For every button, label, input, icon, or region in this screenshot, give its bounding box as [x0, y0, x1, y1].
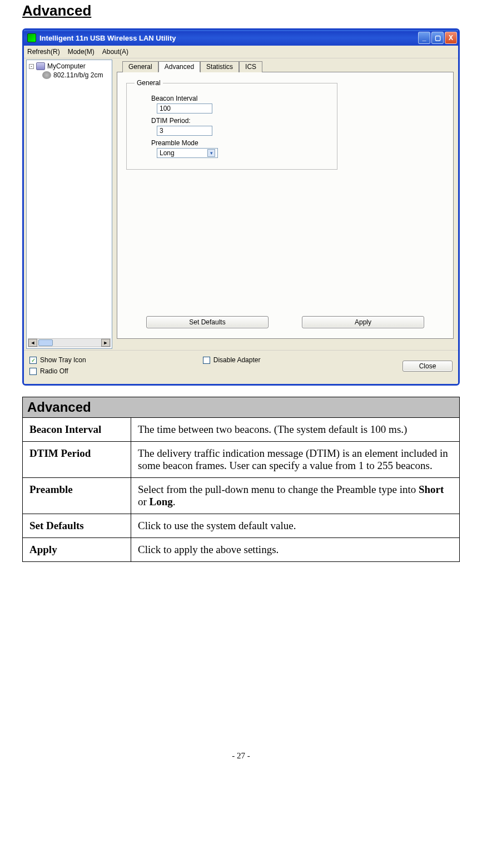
table-row: Beacon Interval The time between two bea…: [23, 418, 460, 442]
device-tree[interactable]: - MyComputer 802.11n/b/g 2cm ◄ ►: [26, 60, 112, 349]
adapter-icon: [42, 71, 51, 79]
radio-off-checkbox[interactable]: [29, 368, 37, 375]
scroll-thumb[interactable]: [38, 339, 53, 346]
doc-dtim-desc: The delivery traffic indication message …: [131, 442, 460, 478]
doc-preamble-label: Preamble: [23, 478, 131, 514]
titlebar: Intelligent 11n USB Wireless LAN Utility…: [24, 30, 458, 46]
minimize-button[interactable]: _: [418, 32, 430, 44]
tab-general[interactable]: General: [122, 61, 158, 72]
collapse-icon[interactable]: -: [29, 64, 34, 69]
menu-about[interactable]: About(A): [102, 48, 128, 56]
doc-dtim-label: DTIM Period: [23, 442, 131, 478]
tabpanel-advanced: General Beacon Interval DTIM Period: Pre…: [117, 72, 454, 339]
dtim-period-label: DTIM Period:: [151, 117, 329, 125]
doc-beacon-desc: The time between two beacons. (The syste…: [131, 418, 460, 442]
tree-scrollbar[interactable]: ◄ ►: [28, 338, 111, 347]
tree-child-label[interactable]: 802.11n/b/g 2cm: [53, 71, 103, 79]
beacon-interval-input[interactable]: [157, 103, 212, 114]
table-row: Apply Click to apply the above settings.: [23, 538, 460, 562]
doc-preamble-desc: Select from the pull-down menu to change…: [131, 478, 460, 514]
chevron-down-icon[interactable]: ▾: [207, 149, 215, 157]
show-tray-checkbox[interactable]: ✓: [29, 357, 37, 364]
disable-adapter-checkbox[interactable]: [203, 357, 210, 364]
page-heading: Advanced: [22, 2, 460, 19]
preamble-mode-select[interactable]: Long ▾: [157, 148, 218, 158]
show-tray-label: Show Tray Icon: [40, 356, 86, 364]
doc-section-heading: Advanced: [23, 397, 460, 418]
preamble-mode-label: Preamble Mode: [151, 139, 329, 147]
table-row: Preamble Select from the pull-down menu …: [23, 478, 460, 514]
doc-apply-label: Apply: [23, 538, 131, 562]
table-row: DTIM Period The delivery traffic indicat…: [23, 442, 460, 478]
doc-setdefaults-desc: Click to use the system default value.: [131, 514, 460, 538]
tab-advanced[interactable]: Advanced: [158, 61, 200, 72]
apply-button[interactable]: Apply: [302, 316, 424, 328]
group-title: General: [135, 79, 163, 87]
window-title: Intelligent 11n USB Wireless LAN Utility: [39, 34, 176, 42]
menu-refresh[interactable]: Refresh(R): [27, 48, 60, 56]
maximize-button[interactable]: ▢: [431, 32, 444, 44]
set-defaults-button[interactable]: Set Defaults: [146, 316, 269, 328]
app-window: Intelligent 11n USB Wireless LAN Utility…: [22, 28, 460, 386]
close-button[interactable]: Close: [403, 361, 453, 372]
app-icon: [27, 33, 36, 42]
menu-mode[interactable]: Mode(M): [68, 48, 95, 56]
menubar: Refresh(R) Mode(M) About(A): [24, 46, 458, 58]
bottom-bar: ✓ Show Tray Icon Radio Off Disable Adapt…: [24, 350, 458, 384]
doc-apply-desc: Click to apply the above settings.: [131, 538, 460, 562]
general-group: General Beacon Interval DTIM Period: Pre…: [126, 79, 337, 170]
table-row: Set Defaults Click to use the system def…: [23, 514, 460, 538]
doc-beacon-label: Beacon Interval: [23, 418, 131, 442]
scroll-left-icon[interactable]: ◄: [28, 339, 37, 347]
doc-setdefaults-label: Set Defaults: [23, 514, 131, 538]
preamble-mode-value: Long: [160, 149, 175, 157]
doc-table: Advanced Beacon Interval The time betwee…: [22, 397, 460, 562]
computer-icon: [36, 62, 45, 70]
radio-off-label: Radio Off: [40, 367, 68, 375]
dtim-period-input[interactable]: [157, 126, 212, 136]
window-close-button[interactable]: X: [445, 32, 457, 44]
disable-adapter-label: Disable Adapter: [213, 356, 261, 364]
tabstrip: General Advanced Statistics ICS: [122, 61, 454, 72]
tab-ics[interactable]: ICS: [239, 61, 262, 72]
tree-root-label[interactable]: MyComputer: [47, 62, 86, 70]
page-number: - 27 -: [22, 751, 460, 761]
scroll-right-icon[interactable]: ►: [101, 339, 110, 347]
tab-statistics[interactable]: Statistics: [200, 61, 239, 72]
beacon-interval-label: Beacon Interval: [151, 95, 329, 102]
